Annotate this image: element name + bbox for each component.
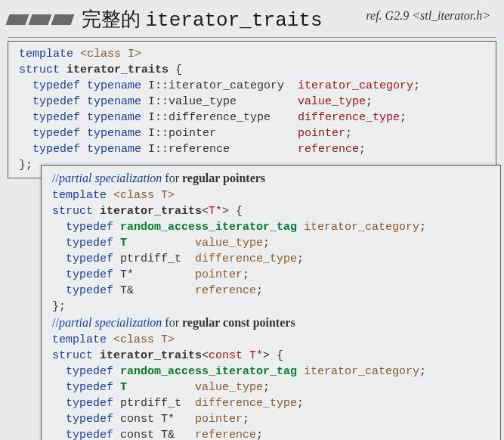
semi: ; [366, 95, 373, 108]
tag-type: T [120, 237, 127, 249]
kw-typedef: typedef [52, 397, 120, 410]
ref-note: ref. G2.9 <stl_iterator.h> [366, 9, 490, 23]
src-type: T* [120, 268, 134, 281]
kw-typedef: typedef typename [19, 111, 148, 124]
pad [284, 79, 298, 92]
title-code: iterator_traits [146, 9, 323, 32]
kw-typedef: typedef typename [19, 127, 148, 140]
decor-bar [28, 14, 51, 25]
comment-slash: // [52, 172, 59, 184]
alias: value_type [195, 237, 263, 249]
alias: iterator_category [304, 365, 419, 378]
kw-typedef: typedef [52, 413, 120, 426]
decor-bars [8, 14, 73, 25]
ref-label: ref. G2.9 [366, 9, 412, 22]
semi: ; [256, 429, 263, 440]
angle-close: > [222, 205, 229, 218]
comment-for: for [162, 172, 182, 184]
semi: ; [243, 413, 249, 426]
alias: pointer [298, 127, 345, 140]
pad [134, 284, 195, 297]
kw-typedef: typedef typename [19, 143, 148, 156]
tag-type: random_access_iterator_tag [120, 365, 297, 378]
src-type: T& [120, 284, 134, 297]
kw-typedef: typedef [52, 284, 120, 297]
comment-italic: partial specialization [59, 316, 162, 329]
decor-bar [5, 14, 29, 25]
kw-typedef: typedef [52, 253, 120, 265]
pad [127, 237, 195, 249]
comment-line: //partial specialization for regular con… [52, 316, 295, 329]
semi: ; [359, 143, 366, 156]
comment-bold: regular pointers [182, 172, 265, 184]
code-box-specializations: //partial specialization for regular poi… [41, 165, 501, 440]
struct-name: iterator_traits [66, 64, 169, 76]
end-brace: }; [19, 159, 32, 172]
kw-typedef: typedef [52, 429, 120, 440]
comment-for: for [162, 316, 182, 329]
comment-bold: regular const pointers [182, 316, 295, 329]
semi: ; [413, 79, 420, 92]
comment-line: //partial specialization for regular poi… [52, 172, 265, 184]
alias: reference [195, 429, 256, 440]
kw-typedef: typedef typename [19, 95, 148, 108]
src-type: I::difference_type [148, 111, 271, 124]
spec-arg: const T* [209, 349, 263, 362]
tparam: <class T> [113, 189, 175, 202]
page-title: 完整的 iterator_traits [82, 6, 323, 33]
pad [271, 111, 298, 124]
comment-slash: // [52, 316, 59, 329]
pad [127, 381, 195, 394]
kw-typedef: typedef [52, 365, 120, 378]
pad [297, 365, 304, 378]
src-type: ptrdiff_t [120, 253, 181, 265]
semi: ; [243, 268, 249, 281]
angle-open: < [202, 205, 209, 218]
pad [237, 95, 298, 108]
pad [181, 397, 195, 410]
semi: ; [297, 397, 304, 410]
semi: ; [419, 365, 426, 378]
kw-typedef: typedef [52, 221, 120, 234]
kw-typedef: typedef [52, 237, 120, 249]
alias: reference [195, 284, 256, 297]
alias: difference_type [195, 397, 297, 410]
alias: iterator_category [304, 221, 419, 234]
alias: value_type [298, 95, 366, 108]
tparam: <class I> [80, 48, 141, 60]
pad [230, 143, 298, 156]
alias: pointer [195, 268, 243, 281]
ref-file: <stl_iterator.h> [412, 9, 490, 22]
tparam: <class T> [113, 333, 175, 346]
struct-name: iterator_traits [100, 349, 202, 362]
angle-close: > [263, 349, 270, 362]
alias: pointer [195, 413, 243, 426]
alias: value_type [195, 381, 263, 394]
divider [8, 37, 496, 38]
semi: ; [256, 284, 263, 297]
semi: ; [263, 237, 270, 249]
kw-struct: struct [52, 205, 100, 218]
semi: ; [400, 111, 407, 124]
tag-type: random_access_iterator_tag [120, 221, 297, 234]
semi: ; [297, 253, 304, 265]
brace: { [169, 64, 182, 76]
end-brace: }; [52, 300, 66, 313]
alias: difference_type [195, 253, 297, 265]
src-type: I::reference [148, 143, 230, 156]
src-type: ptrdiff_t [120, 397, 181, 410]
angle-open: < [202, 349, 209, 362]
src-type: I::value_type [148, 95, 237, 108]
kw-template: template [19, 48, 80, 60]
decor-bar [51, 14, 74, 25]
pad [297, 221, 304, 234]
kw-template: template [52, 189, 113, 202]
alias: difference_type [298, 111, 400, 124]
title-prefix: 完整的 [82, 8, 146, 30]
kw-typedef: typedef typename [19, 79, 148, 92]
code-box-primary-template: template <class I> struct iterator_trait… [8, 41, 496, 178]
kw-struct: struct [19, 64, 66, 76]
comment-italic: partial specialization [59, 172, 162, 184]
src-type: I::iterator_category [148, 79, 284, 92]
kw-typedef: typedef [52, 381, 120, 394]
